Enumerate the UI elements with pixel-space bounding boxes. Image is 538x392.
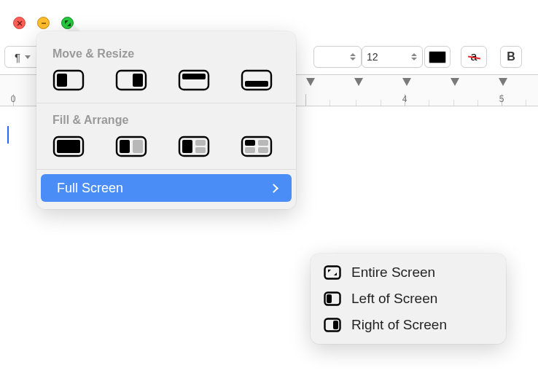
window-minimize-button[interactable] (37, 17, 50, 29)
move-resize-row (36, 69, 296, 103)
font-size-value: 12 (367, 51, 378, 63)
left-half-icon (52, 69, 85, 91)
bottom-half-tile-button[interactable] (241, 69, 273, 91)
bold-button[interactable]: B (500, 46, 522, 68)
move-resize-heading: Move & Resize (52, 47, 280, 60)
full-screen-label: Full Screen (57, 181, 123, 196)
submenu-item-label: Left of Screen (351, 291, 437, 307)
window-close-button[interactable] (13, 17, 26, 29)
color-swatch-icon (429, 51, 446, 63)
ruler-number: 4 (402, 94, 408, 104)
top-half-tile-button[interactable] (178, 69, 210, 91)
text-color-button[interactable] (424, 46, 451, 68)
entire-screen-icon (324, 265, 341, 280)
full-screen-submenu: Entire ScreenLeft of ScreenRight of Scre… (311, 254, 506, 344)
svg-rect-25 (245, 147, 255, 153)
right-half-tile-button[interactable] (115, 69, 147, 91)
ruler-minor-tick (356, 100, 356, 106)
paragraph-style-dropdown[interactable]: ¶ (4, 46, 41, 68)
svg-rect-10 (182, 74, 206, 79)
chevron-right-icon (269, 184, 278, 193)
svg-rect-31 (333, 321, 338, 329)
ruler-minor-tick (429, 100, 429, 106)
bold-label: B (507, 50, 515, 63)
ruler-tab-stop[interactable] (306, 78, 315, 86)
window-traffic-lights (13, 17, 74, 29)
text-cursor (7, 126, 9, 144)
two-up-tile-button[interactable] (115, 136, 147, 157)
submenu-item-label: Entire Screen (351, 264, 435, 281)
ruler-minor-tick (526, 100, 526, 106)
ruler-tab-stop[interactable] (451, 78, 459, 86)
svg-rect-22 (242, 137, 271, 156)
svg-rect-27 (325, 267, 340, 279)
strikethrough-button[interactable]: a (461, 46, 487, 68)
three-up-tile-button[interactable] (178, 136, 210, 157)
ruler-tab-stop[interactable] (499, 78, 507, 86)
svg-rect-11 (242, 71, 271, 90)
svg-rect-8 (133, 74, 143, 87)
ruler-minor-tick (330, 100, 330, 106)
svg-rect-9 (179, 71, 208, 90)
svg-rect-16 (120, 140, 130, 153)
svg-rect-21 (195, 147, 206, 153)
svg-rect-23 (245, 140, 255, 146)
fill-arrange-heading: Fill & Arrange (52, 114, 280, 127)
three-up-icon (178, 136, 210, 157)
svg-rect-19 (182, 140, 192, 153)
ruler-minor-tick (477, 100, 478, 106)
svg-rect-20 (195, 140, 206, 146)
ruler-number: 5 (499, 94, 504, 104)
divider (36, 169, 296, 170)
svg-rect-24 (258, 140, 268, 146)
left-of-screen-icon (324, 291, 341, 306)
stepper-updown-icon (349, 53, 356, 60)
stepper-updown-icon (410, 53, 418, 60)
ruler-number: 0 (11, 94, 16, 104)
fill-tile-button[interactable] (52, 136, 85, 157)
svg-rect-26 (258, 147, 268, 153)
chevron-down-icon (25, 55, 31, 59)
strikethrough-icon: a (471, 50, 477, 63)
svg-rect-6 (57, 74, 67, 87)
right-half-icon (115, 69, 147, 91)
window-tiling-popover: Move & Resize Fill & Arrange Full Screen (36, 31, 296, 209)
two-up-icon (115, 136, 147, 157)
full-screen-menu-item[interactable]: Full Screen (41, 174, 292, 202)
submenu-item-left-of-screen[interactable]: Left of Screen (315, 286, 502, 312)
top-half-icon (178, 69, 210, 91)
fill-arrange-row (36, 136, 296, 169)
divider (36, 103, 296, 103)
ruler-minor-tick (381, 100, 381, 106)
font-size-select[interactable]: 12 (362, 46, 423, 68)
right-of-screen-icon (324, 318, 341, 332)
ruler-major-tick (305, 94, 306, 106)
bottom-half-icon (241, 69, 273, 91)
ruler-minor-tick (453, 100, 454, 106)
submenu-item-right-of-screen[interactable]: Right of Screen (315, 312, 502, 338)
submenu-item-label: Right of Screen (351, 317, 447, 333)
svg-rect-14 (57, 140, 80, 153)
grid-tile-button[interactable] (241, 136, 273, 157)
left-half-tile-button[interactable] (52, 69, 85, 91)
pilcrow-icon: ¶ (15, 51, 20, 63)
svg-rect-12 (245, 81, 268, 87)
submenu-item-entire-screen[interactable]: Entire Screen (315, 259, 502, 286)
svg-rect-29 (327, 294, 332, 303)
fill-icon (52, 136, 85, 157)
ruler-tab-stop[interactable] (402, 78, 411, 86)
grid-icon (241, 136, 273, 157)
svg-rect-17 (133, 140, 143, 153)
svg-marker-3 (65, 20, 69, 24)
font-family-select[interactable] (313, 46, 362, 68)
ruler-tab-stop[interactable] (354, 78, 363, 86)
